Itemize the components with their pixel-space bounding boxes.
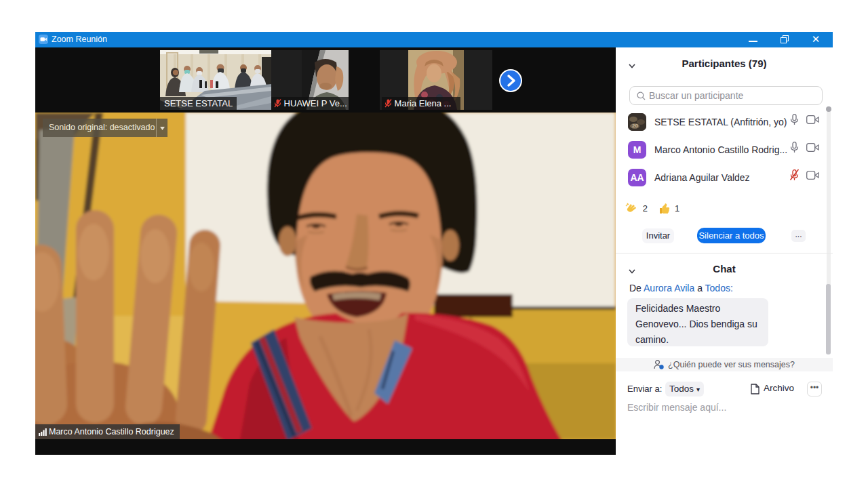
svg-text:20: 20	[632, 123, 638, 129]
